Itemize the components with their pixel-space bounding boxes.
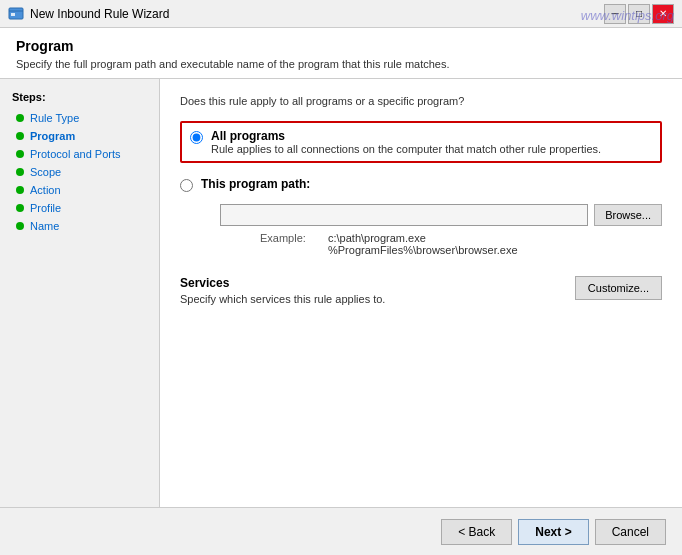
content-question: Does this rule apply to all programs or … [180, 95, 662, 107]
this-program-path-option[interactable]: This program path: [180, 177, 662, 192]
maximize-button[interactable]: □ [628, 4, 650, 24]
content-area: Does this rule apply to all programs or … [160, 79, 682, 507]
sidebar-item-name[interactable]: Name [0, 217, 159, 235]
example-value-1: c:\path\program.exe [328, 232, 518, 244]
all-programs-radio[interactable] [190, 131, 203, 144]
step-dot-rule-type [16, 114, 24, 122]
sidebar-label-rule-type: Rule Type [30, 112, 79, 124]
sidebar-item-program[interactable]: Program [0, 127, 159, 145]
all-programs-selected-box: All programs Rule applies to all connect… [180, 121, 662, 163]
title-bar-title: New Inbound Rule Wizard [30, 7, 169, 21]
services-left: Services Specify which services this rul… [180, 276, 563, 305]
customize-button[interactable]: Customize... [575, 276, 662, 300]
sidebar-label-name: Name [30, 220, 59, 232]
dialog-body: Steps: Rule Type Program Protocol and Po… [0, 79, 682, 507]
all-programs-label[interactable]: All programs [211, 129, 601, 143]
browse-button[interactable]: Browse... [594, 204, 662, 226]
program-path-input-row: Browse... [220, 204, 662, 226]
close-button[interactable]: ✕ [652, 4, 674, 24]
step-dot-action [16, 186, 24, 194]
title-bar-controls: ─ □ ✕ [604, 4, 674, 24]
step-dot-profile [16, 204, 24, 212]
sidebar-label-action: Action [30, 184, 61, 196]
dialog-header: Program Specify the full program path an… [0, 28, 682, 79]
services-section: Services Specify which services this rul… [180, 276, 662, 305]
example-value-2: %ProgramFiles%\browser\browser.exe [328, 244, 518, 256]
sidebar-item-rule-type[interactable]: Rule Type [0, 109, 159, 127]
services-desc: Specify which services this rule applies… [180, 293, 563, 305]
sidebar: Steps: Rule Type Program Protocol and Po… [0, 79, 160, 507]
wizard-icon [8, 6, 24, 22]
this-program-path-radio[interactable] [180, 179, 193, 192]
sidebar-item-action[interactable]: Action [0, 181, 159, 199]
minimize-button[interactable]: ─ [604, 4, 626, 24]
sidebar-label-profile: Profile [30, 202, 61, 214]
sidebar-item-protocol[interactable]: Protocol and Ports [0, 145, 159, 163]
example-text-row: Example: c:\path\program.exe %ProgramFil… [260, 232, 662, 256]
example-values: c:\path\program.exe %ProgramFiles%\brows… [328, 232, 518, 256]
dialog-footer: < Back Next > Cancel [0, 507, 682, 555]
step-dot-program [16, 132, 24, 140]
sidebar-label-scope: Scope [30, 166, 61, 178]
dialog: Program Specify the full program path an… [0, 28, 682, 555]
sidebar-steps-title: Steps: [0, 91, 159, 109]
cancel-button[interactable]: Cancel [595, 519, 666, 545]
sidebar-label-program: Program [30, 130, 75, 142]
dialog-header-title: Program [16, 38, 666, 54]
dialog-header-desc: Specify the full program path and execut… [16, 58, 666, 70]
back-button[interactable]: < Back [441, 519, 512, 545]
step-dot-name [16, 222, 24, 230]
sidebar-label-protocol: Protocol and Ports [30, 148, 121, 160]
this-program-path-label[interactable]: This program path: [201, 177, 310, 191]
all-programs-sublabel: Rule applies to all connections on the c… [211, 143, 601, 155]
svg-rect-2 [11, 13, 15, 16]
all-programs-label-block: All programs Rule applies to all connect… [211, 129, 601, 155]
sidebar-item-scope[interactable]: Scope [0, 163, 159, 181]
step-dot-protocol [16, 150, 24, 158]
sidebar-item-profile[interactable]: Profile [0, 199, 159, 217]
services-title: Services [180, 276, 563, 290]
example-label: Example: [260, 232, 320, 256]
all-programs-option[interactable]: All programs Rule applies to all connect… [190, 129, 601, 155]
title-bar: New Inbound Rule Wizard ─ □ ✕ [0, 0, 682, 28]
step-dot-scope [16, 168, 24, 176]
program-path-input[interactable] [220, 204, 588, 226]
next-button[interactable]: Next > [518, 519, 588, 545]
